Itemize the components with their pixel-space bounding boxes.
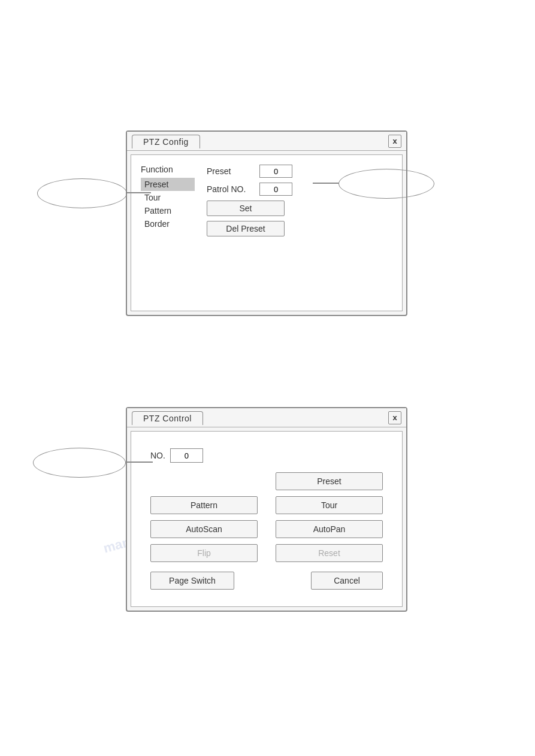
flip-ctrl-button[interactable]: Flip: [150, 544, 258, 562]
callout-ellipse-left-top: [37, 178, 127, 208]
preset-input[interactable]: [259, 165, 292, 178]
btn-grid: Preset Pattern Tour AutoScan AutoPan Fli…: [150, 472, 383, 562]
bottom-row: Page Switch Cancel: [150, 572, 383, 590]
autoscan-ctrl-button[interactable]: AutoScan: [150, 520, 258, 538]
del-preset-button[interactable]: Del Preset: [207, 221, 285, 236]
reset-ctrl-button[interactable]: Reset: [276, 544, 383, 562]
ptz-control-dialog: PTZ Control x NO. Preset Pattern Tour: [126, 407, 407, 612]
tour-ctrl-button[interactable]: Tour: [276, 496, 383, 514]
ptz-config-close-button[interactable]: x: [388, 135, 401, 148]
no-label: NO.: [150, 451, 165, 460]
preset-label: Preset: [207, 166, 255, 176]
function-item-preset[interactable]: Preset: [141, 178, 195, 191]
ptz-control-title: PTZ Control: [132, 411, 203, 425]
config-body-space: [141, 241, 392, 301]
function-item-pattern[interactable]: Pattern: [141, 204, 195, 217]
preset-ctrl-button[interactable]: Preset: [276, 472, 383, 490]
pattern-ctrl-button[interactable]: Pattern: [150, 496, 258, 514]
page: manualshlve.com manualshlve.com PTZ Conf…: [0, 0, 535, 756]
set-button[interactable]: Set: [207, 201, 285, 216]
patrol-label: Patrol NO.: [207, 184, 255, 194]
ptz-config-dialog: PTZ Config x Function Preset Tour Patter…: [126, 130, 407, 316]
page-switch-button[interactable]: Page Switch: [150, 572, 234, 590]
ptz-control-close-button[interactable]: x: [388, 411, 401, 424]
callout-ellipse-right-top: [338, 169, 434, 199]
ptz-control-inner: NO. Preset Pattern Tour AutoScan AutoPan…: [141, 441, 392, 597]
no-input[interactable]: [170, 448, 203, 463]
ptz-control-body: NO. Preset Pattern Tour AutoScan AutoPan…: [131, 431, 403, 607]
callout-line-left-top: [127, 192, 151, 193]
callout-line-left-bottom: [126, 462, 153, 463]
callout-ellipse-left-bottom: [33, 448, 126, 478]
function-header: Function: [141, 165, 195, 174]
callout-line-right-top: [313, 183, 339, 184]
no-row: NO.: [150, 448, 383, 463]
cancel-button[interactable]: Cancel: [311, 572, 383, 590]
function-list: Function Preset Tour Pattern Border: [141, 165, 195, 230]
patrol-input[interactable]: [259, 183, 292, 196]
autopan-ctrl-button[interactable]: AutoPan: [276, 520, 383, 538]
function-item-border[interactable]: Border: [141, 217, 195, 230]
ptz-config-title: PTZ Config: [132, 135, 200, 148]
ptz-control-title-bar: PTZ Control x: [127, 408, 406, 427]
ptz-config-title-bar: PTZ Config x: [127, 132, 406, 151]
